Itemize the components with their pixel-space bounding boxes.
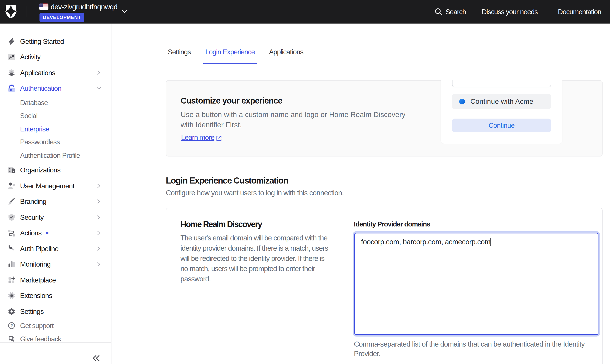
svg-text:?: ? <box>10 323 13 328</box>
